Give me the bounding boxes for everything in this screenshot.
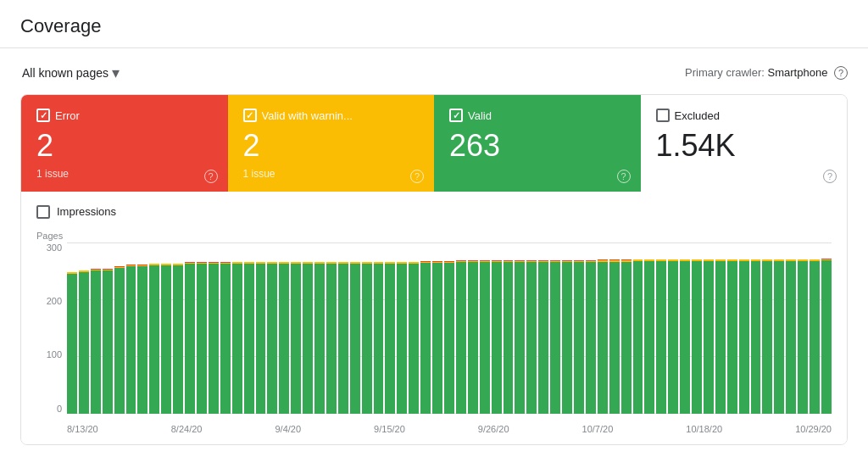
bar-group <box>161 242 171 414</box>
bar-group <box>149 242 159 414</box>
x-tick: 10/7/20 <box>582 424 614 434</box>
error-checkbox[interactable] <box>36 109 50 122</box>
bar-valid <box>79 272 89 414</box>
status-cards: Error 2 1 issue ? Valid with warnin... 2… <box>21 95 847 192</box>
bar-valid <box>303 264 313 414</box>
bar-group <box>291 242 301 414</box>
bar-group <box>586 242 596 414</box>
bar-valid <box>161 265 171 414</box>
bar-valid <box>480 262 490 413</box>
valid-checkbox[interactable] <box>449 109 463 122</box>
bar-valid <box>374 264 384 414</box>
bar-valid <box>291 264 301 414</box>
valid-help-icon[interactable]: ? <box>617 170 631 183</box>
excluded-help-icon[interactable]: ? <box>823 170 837 183</box>
bar-group <box>256 242 266 414</box>
warning-label: Valid with warnin... <box>262 109 353 122</box>
bar-valid <box>621 262 632 414</box>
impressions-row: Impressions <box>36 205 832 219</box>
impressions-checkbox[interactable] <box>36 205 50 219</box>
bar-group <box>220 242 231 414</box>
bar-group <box>444 242 454 414</box>
bar-valid <box>350 264 360 414</box>
bar-group <box>798 242 808 414</box>
bar-group <box>609 242 620 414</box>
title-bar: Coverage <box>0 0 868 48</box>
bar-group <box>810 242 820 414</box>
bar-group <box>103 242 113 414</box>
status-card-valid: Valid 263 ? <box>434 95 641 192</box>
bars-container <box>67 242 832 414</box>
bar-valid <box>362 264 372 414</box>
bar-group <box>244 242 254 414</box>
x-tick: 8/24/20 <box>171 424 203 434</box>
y-tick-300: 300 <box>47 242 62 253</box>
filter-dropdown[interactable]: All known pages ▾ <box>20 60 121 86</box>
bar-valid <box>798 261 808 414</box>
error-help-icon[interactable]: ? <box>204 170 218 183</box>
bar-valid <box>137 266 147 414</box>
y-tick-0: 0 <box>57 404 62 414</box>
status-card-warning-header: Valid with warnin... <box>243 109 420 122</box>
warning-help-icon[interactable]: ? <box>410 170 424 183</box>
warning-issues: 1 issue <box>243 168 420 180</box>
crawler-help-icon[interactable]: ? <box>834 66 848 80</box>
bar-valid <box>420 263 431 414</box>
bar-valid <box>432 263 442 414</box>
bar-group <box>751 242 761 414</box>
bar-group <box>515 242 525 414</box>
status-card-valid-header: Valid <box>449 109 626 122</box>
warning-count: 2 <box>243 129 420 163</box>
bar-valid <box>67 274 77 414</box>
bar-valid <box>504 262 514 413</box>
bar-valid <box>185 264 195 413</box>
bar-valid <box>197 264 207 413</box>
excluded-help: ? <box>820 168 837 182</box>
bar-valid <box>727 261 737 414</box>
bar-valid <box>103 270 113 413</box>
excluded-checkbox[interactable] <box>656 109 670 122</box>
bar-valid <box>468 262 478 413</box>
status-card-error-header: Error <box>36 109 213 122</box>
y-tick-100: 100 <box>47 349 62 359</box>
bar-valid <box>644 261 654 414</box>
bar-group <box>350 242 360 414</box>
x-tick: 9/4/20 <box>275 424 301 434</box>
bar-group <box>739 242 749 414</box>
bar-valid <box>526 262 537 413</box>
bar-group <box>468 242 478 414</box>
bar-valid <box>810 261 820 414</box>
y-axis-label: Pages <box>36 231 63 241</box>
bar-group <box>67 242 77 414</box>
bar-valid <box>598 262 608 414</box>
status-card-warning: Valid with warnin... 2 1 issue ? <box>228 95 435 192</box>
bar-group <box>374 242 384 414</box>
bar-valid <box>91 270 101 413</box>
chart-container <box>67 242 832 414</box>
bar-valid <box>385 264 395 414</box>
bar-group <box>279 242 289 414</box>
bar-valid <box>173 265 183 414</box>
bar-valid <box>126 266 136 414</box>
bar-group <box>574 242 584 414</box>
bar-group <box>91 242 101 414</box>
bar-valid <box>680 261 690 414</box>
bar-valid <box>409 264 419 414</box>
bar-group <box>621 242 632 414</box>
bar-group <box>680 242 690 414</box>
bar-group <box>538 242 548 414</box>
bar-group <box>644 242 654 414</box>
bar-valid <box>515 262 525 413</box>
bar-group <box>821 242 832 414</box>
bar-group <box>550 242 560 414</box>
bar-group <box>314 242 325 414</box>
warning-checkbox[interactable] <box>243 109 257 122</box>
bar-group <box>432 242 442 414</box>
chevron-down-icon: ▾ <box>112 64 120 82</box>
bar-valid <box>314 264 325 414</box>
y-tick-200: 200 <box>47 296 62 306</box>
bar-group <box>267 242 277 414</box>
bar-valid <box>220 264 231 413</box>
page-title: Coverage <box>20 15 848 37</box>
bar-valid <box>279 264 289 414</box>
